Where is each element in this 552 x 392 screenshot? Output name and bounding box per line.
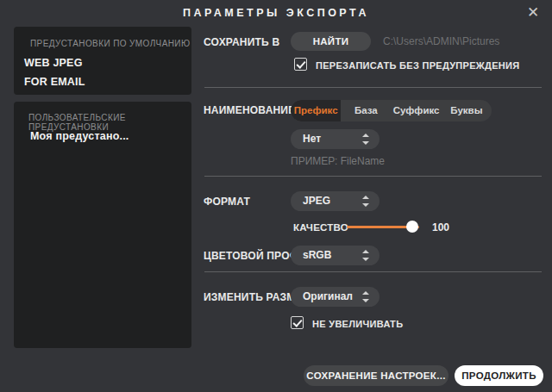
user-presets-header: ПОЛЬЗОВАТЕЛЬСКИЕ ПРЕДУСТАНОВКИ [28, 113, 191, 132]
default-presets-panel: ПРЕДУСТАНОВКИ ПО УМОЛЧАНИЮ WEB JPEG FOR … [14, 27, 191, 95]
stepper-icon [362, 290, 369, 303]
divider [204, 176, 542, 177]
filename-example: ПРИМЕР: FileName [291, 155, 385, 167]
default-presets-header: ПРЕДУСТАНОВКИ ПО УМОЛЧАНИЮ [30, 39, 190, 48]
browse-button[interactable]: НАЙТИ [291, 32, 371, 51]
preset-item-for-email[interactable]: FOR EMAIL [24, 76, 85, 88]
save-to-label: СОХРАНИТЬ В [204, 36, 279, 48]
quality-value: 100 [432, 221, 449, 233]
preset-item-my-preset[interactable]: Моя предустано... [30, 130, 129, 142]
save-path: C:\Users\ADMIN\Pictures [383, 35, 499, 47]
no-upscale-checkbox-label: НЕ УВЕЛИЧИВАТЬ [312, 319, 403, 329]
overwrite-checkbox-label: ПЕРЕЗАПИСАТЬ БЕЗ ПРЕДУПРЕЖДЕНИЯ [316, 60, 520, 71]
format-select[interactable]: JPEG [291, 191, 380, 211]
resize-select[interactable]: Оригинал [291, 287, 380, 307]
user-presets-panel: ПОЛЬЗОВАТЕЛЬСКИЕ ПРЕДУСТАНОВКИ Моя преду… [14, 102, 191, 348]
format-select-value: JPEG [303, 191, 330, 211]
divider [204, 87, 542, 88]
dialog-title: ПАРАМЕТРЫ ЭКСПОРТА [0, 7, 552, 19]
color-profile-select[interactable]: sRGB [291, 246, 380, 265]
quality-slider-handle[interactable] [406, 221, 418, 233]
save-settings-button[interactable]: СОХРАНЕНИЕ НАСТРОЕК... [304, 365, 448, 386]
prefix-select-value: Нет [303, 129, 321, 149]
divider [204, 271, 542, 272]
format-label: ФОРМАТ [204, 196, 250, 208]
resize-select-value: Оригинал [303, 287, 353, 307]
prefix-select[interactable]: Нет [291, 129, 380, 149]
naming-label: НАИМЕНОВАНИЕ [204, 104, 295, 116]
tab-letters[interactable]: Буквы [442, 100, 492, 121]
preset-item-web-jpeg[interactable]: WEB JPEG [24, 57, 83, 69]
export-options-dialog: ПАРАМЕТРЫ ЭКСПОРТА ✕ ПРЕДУСТАНОВКИ ПО УМ… [0, 0, 552, 392]
stepper-icon [362, 133, 369, 146]
stepper-icon [362, 249, 369, 262]
tab-base[interactable]: База [341, 100, 391, 121]
naming-tabs: Префикс База Суффикс Буквы [291, 100, 492, 121]
close-icon[interactable]: ✕ [523, 3, 543, 23]
continue-button[interactable]: ПРОДОЛЖИТЬ [455, 365, 543, 386]
stepper-icon [362, 195, 369, 208]
quality-label: КАЧЕСТВО [293, 222, 348, 233]
overwrite-checkbox[interactable] [294, 58, 307, 71]
color-profile-select-value: sRGB [303, 246, 331, 265]
tab-suffix[interactable]: Суффикс [392, 100, 442, 121]
no-upscale-checkbox[interactable] [291, 316, 304, 329]
tab-prefix[interactable]: Префикс [291, 100, 341, 121]
